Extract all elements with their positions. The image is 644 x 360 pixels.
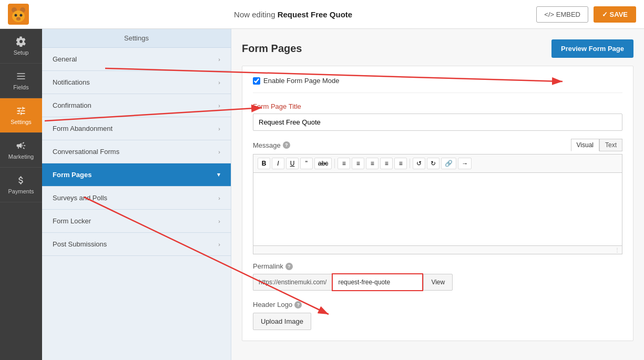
- icon-sidebar: Setup Fields Settings Marketing Payments: [0, 29, 42, 360]
- page-title: Form Pages: [242, 43, 302, 55]
- align-center-button[interactable]: ≡: [380, 158, 393, 169]
- upload-image-button[interactable]: Upload Image: [253, 313, 311, 330]
- nav-item-confirmation[interactable]: Confirmation ›: [42, 94, 231, 117]
- embed-button[interactable]: </> EMBED: [536, 6, 588, 23]
- sidebar-item-marketing[interactable]: Marketing: [0, 133, 42, 168]
- main-layout: Setup Fields Settings Marketing Payments…: [0, 29, 644, 360]
- header-actions: </> EMBED ✓ SAVE: [536, 6, 636, 23]
- sliders-icon: [16, 106, 26, 116]
- permalink-input-row: https://enstinemuki.com/ View: [253, 273, 622, 291]
- main-content: Form Pages Preview Form Page Enable Form…: [231, 29, 644, 360]
- undo-button[interactable]: ↺: [413, 158, 425, 169]
- payments-label: Payments: [8, 188, 34, 194]
- chevron-right-icon: ›: [218, 218, 220, 224]
- bold-button[interactable]: B: [258, 158, 270, 169]
- editing-label: Now editing Request Free Quote: [50, 10, 536, 19]
- save-button[interactable]: ✓ SAVE: [594, 6, 636, 23]
- permalink-section: Permalink ? https://enstinemuki.com/ Vie…: [253, 262, 622, 291]
- logo-area: [8, 4, 50, 25]
- svg-point-5: [20, 14, 23, 17]
- permalink-help-icon: ?: [285, 263, 293, 270]
- permalink-base: https://enstinemuki.com/: [253, 274, 332, 291]
- enable-form-page-row: Enable Form Page Mode: [253, 77, 622, 93]
- header-logo-section: Header Logo ? Upload Image: [253, 301, 622, 330]
- form-page-title-input[interactable]: [253, 114, 622, 131]
- sidebar-item-payments[interactable]: Payments: [0, 168, 42, 202]
- chevron-down-icon: ▾: [217, 171, 220, 178]
- form-pages-header: Form Pages Preview Form Page: [242, 39, 633, 58]
- visual-text-tabs: Visual Text: [571, 139, 622, 151]
- fields-icon: [16, 71, 26, 81]
- dollar-icon: [16, 175, 26, 186]
- fields-label: Fields: [13, 84, 28, 90]
- header-logo-help-icon: ?: [294, 301, 302, 308]
- strikethrough-button[interactable]: abc: [314, 158, 332, 169]
- form-name: Request Free Quote: [278, 10, 353, 19]
- nav-item-surveys-and-polls[interactable]: Surveys and Polls ›: [42, 187, 231, 210]
- redo-button[interactable]: ↻: [427, 158, 439, 169]
- toolbar-divider: [334, 159, 335, 168]
- form-page-title-label: Form Page Title: [253, 102, 622, 110]
- nav-item-notifications[interactable]: Notifications ›: [42, 71, 231, 94]
- visual-tab[interactable]: Visual: [571, 139, 599, 151]
- settings-label-nav: Settings: [11, 119, 32, 125]
- nav-item-form-pages[interactable]: Form Pages ▾: [42, 163, 231, 187]
- ol-button[interactable]: ≡: [352, 158, 364, 169]
- nav-item-general[interactable]: General ›: [42, 48, 231, 71]
- chevron-right-icon: ›: [218, 126, 220, 132]
- toolbar-divider-2: [410, 159, 410, 168]
- message-help-icon: ?: [283, 141, 290, 149]
- indent-button[interactable]: →: [458, 158, 472, 169]
- nav-item-form-abandonment[interactable]: Form Abandonment ›: [42, 117, 231, 140]
- setup-label: Setup: [14, 49, 29, 56]
- settings-section-label: Settings: [42, 29, 231, 48]
- chevron-right-icon: ›: [218, 195, 220, 201]
- message-label-row: Message ? Visual Text: [253, 139, 622, 151]
- ul-button[interactable]: ≡: [338, 158, 350, 169]
- chevron-right-icon: ›: [218, 149, 220, 155]
- nav-item-post-submissions[interactable]: Post Submissions ›: [42, 233, 231, 256]
- enable-form-page-checkbox[interactable]: [253, 77, 260, 85]
- chevron-right-icon: ›: [218, 102, 220, 109]
- permalink-slug-input[interactable]: [332, 273, 423, 291]
- editor-area[interactable]: [253, 172, 622, 246]
- permalink-label: Permalink ?: [253, 262, 622, 270]
- sidebar-item-settings[interactable]: Settings: [0, 98, 42, 133]
- nav-item-form-locker[interactable]: Form Locker ›: [42, 210, 231, 233]
- nav-sidebar: Settings General › Notifications › Confi…: [42, 29, 231, 360]
- chevron-right-icon: ›: [218, 56, 220, 63]
- align-left-button[interactable]: ≡: [366, 158, 379, 169]
- svg-point-4: [15, 14, 17, 17]
- italic-button[interactable]: I: [272, 158, 284, 169]
- message-label: Message ?: [253, 141, 290, 149]
- megaphone-icon: [16, 140, 26, 151]
- sidebar-item-setup[interactable]: Setup: [0, 29, 42, 64]
- enable-form-page-label: Enable Form Page Mode: [263, 77, 340, 85]
- underline-button[interactable]: U: [286, 158, 299, 169]
- link-button[interactable]: 🔗: [441, 158, 456, 169]
- view-button[interactable]: View: [423, 274, 453, 291]
- message-section: Message ? Visual Text B I U ": [253, 139, 622, 254]
- align-right-button[interactable]: ≡: [394, 158, 407, 169]
- marketing-label: Marketing: [8, 153, 34, 160]
- blockquote-button[interactable]: ": [300, 158, 313, 169]
- header-logo-label: Header Logo ?: [253, 301, 622, 308]
- text-tab[interactable]: Text: [599, 139, 622, 151]
- logo-icon: [8, 4, 29, 25]
- nav-item-conversational-forms[interactable]: Conversational Forms ›: [42, 140, 231, 163]
- gear-icon: [16, 36, 26, 47]
- editor-toolbar: B I U " abc ≡ ≡ ≡ ≡ ≡ ↺ ↻ 🔗: [253, 154, 622, 172]
- top-header: Now editing Request Free Quote </> EMBED…: [0, 0, 644, 29]
- content-box: Enable Form Page Mode Form Page Title Me…: [242, 66, 633, 341]
- sidebar-item-fields[interactable]: Fields: [0, 64, 42, 98]
- resize-handle: ⋮: [253, 246, 622, 254]
- chevron-right-icon: ›: [218, 241, 220, 248]
- chevron-right-icon: ›: [218, 79, 220, 86]
- svg-point-6: [16, 17, 21, 20]
- preview-form-page-button[interactable]: Preview Form Page: [551, 39, 633, 58]
